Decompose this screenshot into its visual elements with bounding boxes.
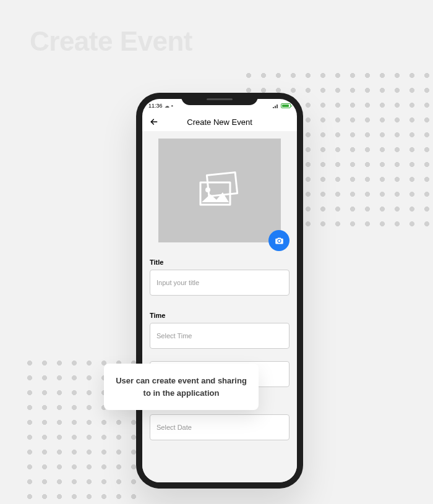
back-button[interactable] xyxy=(147,115,161,129)
image-upload-area[interactable] xyxy=(158,139,281,242)
page-title: Create Event xyxy=(30,26,192,57)
status-time: 11:36 xyxy=(148,103,163,109)
cloud-icon: ☁ xyxy=(165,103,169,109)
time-label: Time xyxy=(150,312,289,319)
signal-icon xyxy=(273,103,279,108)
phone-frame: 11:36 ☁ ● Create New Event xyxy=(136,93,303,489)
battery-icon xyxy=(281,103,291,108)
status-right xyxy=(273,103,291,108)
time-input[interactable]: Select Time xyxy=(150,323,289,349)
form-content: Title Input your title Time Select Time … xyxy=(142,131,297,482)
title-field: Title Input your title xyxy=(150,258,289,296)
app-header-title: Create New Event xyxy=(187,117,252,127)
svg-point-3 xyxy=(205,187,210,192)
date-input[interactable]: Select Date xyxy=(150,414,289,440)
title-input[interactable]: Input your title xyxy=(150,270,289,296)
phone-notch xyxy=(181,93,258,105)
camera-icon xyxy=(275,236,284,246)
status-left: 11:36 ☁ ● xyxy=(148,103,173,109)
time-field: Time Select Time xyxy=(150,312,289,349)
take-photo-button[interactable] xyxy=(268,230,289,251)
photos-placeholder-icon xyxy=(195,171,244,210)
notch-speaker xyxy=(207,98,233,100)
arrow-left-icon xyxy=(149,117,159,127)
status-dot-icon: ● xyxy=(171,104,174,108)
svg-rect-1 xyxy=(207,173,237,197)
callout-card: User can create event and sharing to in … xyxy=(104,364,259,410)
callout-text: User can create event and sharing to in … xyxy=(115,375,247,399)
app-header: Create New Event xyxy=(142,113,297,131)
title-label: Title xyxy=(150,258,289,266)
phone-screen: 11:36 ☁ ● Create New Event xyxy=(142,99,297,482)
